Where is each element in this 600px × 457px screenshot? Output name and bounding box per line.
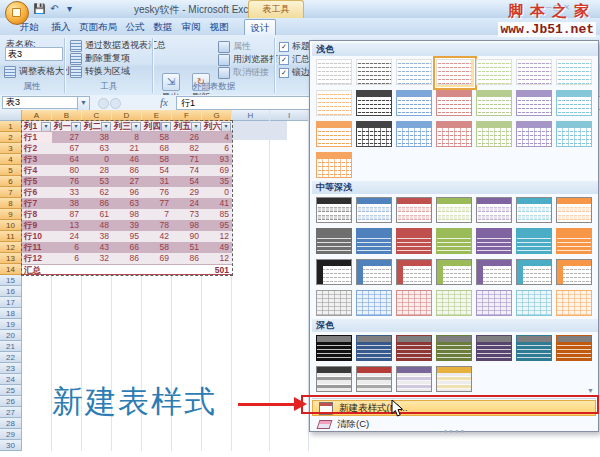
table-cell[interactable]: 86 bbox=[112, 165, 142, 176]
gallery-style-thumbnail[interactable] bbox=[396, 290, 432, 316]
column-header-I[interactable]: I bbox=[270, 110, 309, 121]
tab-插入[interactable]: 插入 bbox=[48, 19, 74, 35]
table-cell[interactable]: 27 bbox=[52, 132, 82, 143]
gallery-style-thumbnail[interactable] bbox=[436, 335, 472, 361]
external-button-0[interactable]: 属性 bbox=[218, 40, 251, 53]
table-cell[interactable]: 58 bbox=[142, 242, 172, 253]
table-cell[interactable]: 12 bbox=[202, 253, 232, 264]
row-header-9[interactable]: 9 bbox=[0, 209, 22, 220]
row-header-11[interactable]: 11 bbox=[0, 231, 22, 242]
gallery-resize-grip[interactable]: ●●●● bbox=[430, 428, 480, 434]
table-cell[interactable]: 96 bbox=[112, 187, 142, 198]
gallery-style-thumbnail[interactable] bbox=[516, 59, 552, 85]
table-cell[interactable]: 行11 bbox=[22, 242, 52, 253]
filter-dropdown-icon[interactable]: ▾ bbox=[131, 122, 141, 132]
table-header-cell[interactable]: 列1▾ bbox=[22, 121, 52, 132]
row-header-13[interactable]: 13 bbox=[0, 253, 22, 264]
table-cell[interactable]: 行12 bbox=[22, 253, 52, 264]
gallery-style-thumbnail[interactable] bbox=[516, 121, 552, 147]
column-header-F[interactable]: F bbox=[172, 110, 202, 121]
gallery-style-thumbnail[interactable] bbox=[436, 366, 472, 392]
gallery-style-thumbnail[interactable] bbox=[436, 121, 472, 147]
insert-function-icon[interactable]: fx bbox=[160, 96, 168, 108]
row-header-17[interactable]: 17 bbox=[0, 297, 22, 308]
row-header-26[interactable]: 26 bbox=[0, 396, 22, 407]
gallery-style-thumbnail[interactable] bbox=[436, 197, 472, 223]
undo-icon[interactable]: ↶ bbox=[48, 3, 61, 15]
table-cell[interactable]: 63 bbox=[82, 143, 112, 154]
gallery-style-thumbnail[interactable] bbox=[396, 335, 432, 361]
column-header-C[interactable]: C bbox=[82, 110, 112, 121]
table-cell[interactable]: 0 bbox=[202, 187, 232, 198]
table-cell[interactable]: 63 bbox=[112, 198, 142, 209]
tab-数据[interactable]: 数据 bbox=[150, 19, 176, 35]
gallery-style-thumbnail[interactable] bbox=[476, 259, 512, 285]
gallery-style-thumbnail[interactable] bbox=[556, 228, 592, 254]
column-header-E[interactable]: E bbox=[142, 110, 172, 121]
row-header-6[interactable]: 6 bbox=[0, 176, 22, 187]
qat-dropdown-icon[interactable]: ▾ bbox=[63, 3, 76, 15]
row-header-14[interactable]: 14 bbox=[0, 264, 22, 275]
gallery-style-thumbnail[interactable] bbox=[476, 290, 512, 316]
table-total-cell[interactable] bbox=[52, 264, 82, 275]
table-cell[interactable]: 67 bbox=[52, 143, 82, 154]
office-button-icon[interactable] bbox=[5, 1, 29, 25]
filter-dropdown-icon[interactable]: ▾ bbox=[71, 122, 81, 132]
table-cell[interactable]: 54 bbox=[142, 165, 172, 176]
table-total-cell[interactable] bbox=[112, 264, 142, 275]
gallery-style-thumbnail[interactable] bbox=[436, 259, 472, 285]
table-cell[interactable]: 行2 bbox=[22, 143, 52, 154]
table-cell[interactable]: 28 bbox=[82, 165, 112, 176]
table-cell[interactable]: 6 bbox=[52, 242, 82, 253]
table-cell[interactable]: 66 bbox=[112, 242, 142, 253]
gallery-style-thumbnail[interactable] bbox=[476, 197, 512, 223]
table-header-cell[interactable]: 列六▾ bbox=[202, 121, 232, 132]
column-header-B[interactable]: B bbox=[52, 110, 82, 121]
gallery-style-thumbnail[interactable] bbox=[556, 259, 592, 285]
table-name-input[interactable] bbox=[5, 47, 63, 61]
gallery-style-thumbnail[interactable] bbox=[556, 59, 592, 85]
table-cell[interactable]: 82 bbox=[172, 143, 202, 154]
table-cell[interactable]: 86 bbox=[172, 253, 202, 264]
table-cell[interactable]: 71 bbox=[172, 154, 202, 165]
column-header-A[interactable]: A bbox=[22, 110, 52, 121]
row-header-15[interactable]: 15 bbox=[0, 275, 22, 286]
tab-页面布局[interactable]: 页面布局 bbox=[78, 19, 118, 35]
gallery-style-thumbnail[interactable] bbox=[436, 90, 472, 116]
filter-dropdown-icon[interactable]: ▾ bbox=[221, 122, 231, 132]
gallery-style-thumbnail[interactable] bbox=[356, 228, 392, 254]
filter-dropdown-icon[interactable]: ▾ bbox=[101, 122, 111, 132]
table-total-cell[interactable]: 汇总 bbox=[22, 264, 52, 275]
row-header-12[interactable]: 12 bbox=[0, 242, 22, 253]
table-cell[interactable]: 86 bbox=[82, 198, 112, 209]
gallery-style-thumbnail[interactable] bbox=[356, 259, 392, 285]
row-header-1[interactable]: 1 bbox=[0, 121, 22, 132]
table-cell[interactable]: 4 bbox=[202, 132, 232, 143]
gallery-style-thumbnail[interactable] bbox=[476, 90, 512, 116]
row-header-23[interactable]: 23 bbox=[0, 363, 22, 374]
gallery-style-thumbnail[interactable] bbox=[316, 228, 352, 254]
gallery-style-thumbnail[interactable] bbox=[316, 59, 352, 85]
table-cell[interactable]: 98 bbox=[172, 220, 202, 231]
row-header-10[interactable]: 10 bbox=[0, 220, 22, 231]
gallery-style-thumbnail[interactable] bbox=[396, 59, 432, 85]
gallery-style-thumbnail[interactable] bbox=[356, 366, 392, 392]
table-cell[interactable]: 行7 bbox=[22, 198, 52, 209]
table-cell[interactable]: 39 bbox=[112, 220, 142, 231]
gallery-style-thumbnail[interactable] bbox=[476, 121, 512, 147]
table-cell[interactable]: 24 bbox=[172, 198, 202, 209]
gallery-scroll-down-icon[interactable]: ▼ bbox=[587, 387, 594, 394]
row-header-28[interactable]: 28 bbox=[0, 418, 22, 429]
table-cell[interactable]: 80 bbox=[52, 165, 82, 176]
gallery-style-thumbnail[interactable] bbox=[356, 59, 392, 85]
table-cell[interactable]: 86 bbox=[112, 253, 142, 264]
table-cell[interactable]: 24 bbox=[52, 231, 82, 242]
table-cell[interactable]: 49 bbox=[202, 242, 232, 253]
row-header-25[interactable]: 25 bbox=[0, 385, 22, 396]
table-cell[interactable]: 73 bbox=[172, 209, 202, 220]
table-cell[interactable]: 13 bbox=[52, 220, 82, 231]
table-cell[interactable]: 8 bbox=[112, 132, 142, 143]
table-cell[interactable]: 53 bbox=[82, 176, 112, 187]
gallery-style-thumbnail[interactable] bbox=[436, 290, 472, 316]
table-total-cell[interactable] bbox=[172, 264, 202, 275]
